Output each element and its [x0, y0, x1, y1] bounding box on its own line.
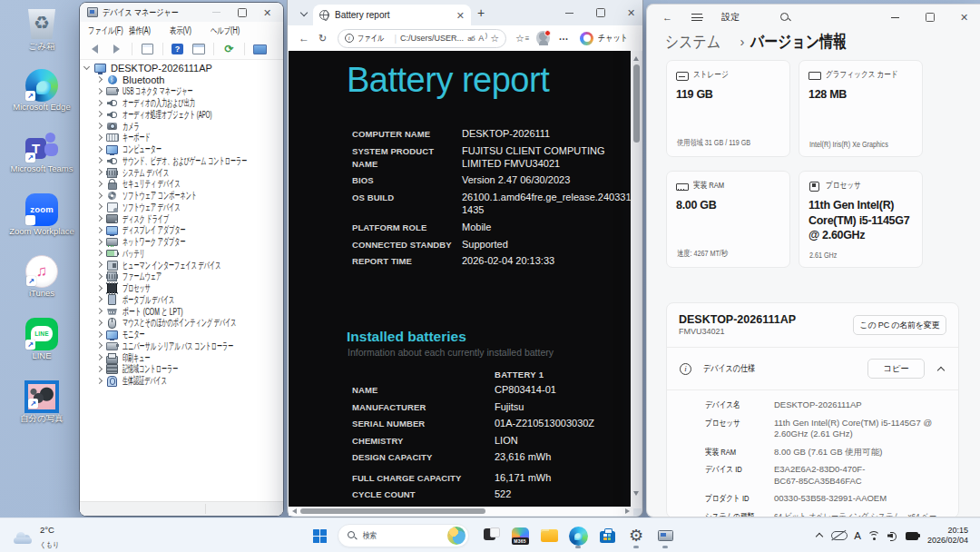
- taskbar-app-button[interactable]: [535, 522, 563, 549]
- breadcrumb-system[interactable]: システム: [665, 30, 720, 53]
- collapse-twisty-icon[interactable]: [83, 64, 91, 72]
- scroll-up-icon[interactable]: [633, 56, 639, 61]
- expand-twisty-icon[interactable]: [95, 169, 103, 176]
- expand-twisty-icon[interactable]: [95, 111, 103, 118]
- page-info-icon[interactable]: i: [345, 34, 354, 43]
- tab-close-icon[interactable]: ✕: [456, 11, 465, 20]
- close-icon[interactable]: ✕: [626, 8, 636, 18]
- desktop-icon[interactable]: zoom ↗ Zoom Workplace: [8, 191, 75, 253]
- expand-twisty-icon[interactable]: [95, 88, 103, 95]
- back-icon[interactable]: [299, 33, 309, 44]
- weather-widget[interactable]: 2°C くもり: [8, 523, 69, 552]
- back-icon[interactable]: ←: [662, 12, 672, 23]
- refresh-icon[interactable]: [318, 33, 328, 44]
- tree-node[interactable]: マウスとそのほかのポインティング デバイス: [80, 318, 283, 330]
- desktop-icon[interactable]: T ↗ Microsoft Teams: [8, 128, 75, 191]
- browser-tab[interactable]: Battery report ✕: [313, 5, 471, 25]
- expand-twisty-icon[interactable]: [95, 261, 103, 269]
- expand-twisty-icon[interactable]: [95, 378, 103, 385]
- taskbar-search[interactable]: 検索: [338, 524, 469, 547]
- horizontal-scrollbar[interactable]: [289, 507, 633, 516]
- tree-node[interactable]: ソフトウェア コンポーネント: [80, 190, 283, 202]
- tree-node[interactable]: カメラ: [80, 121, 283, 133]
- onedrive-icon[interactable]: [831, 530, 848, 541]
- vertical-scrollbar[interactable]: [631, 51, 642, 508]
- ime-mode-icon[interactable]: A: [854, 530, 861, 541]
- expand-twisty-icon[interactable]: [95, 331, 103, 339]
- scroll-right-icon[interactable]: [625, 508, 630, 514]
- expand-twisty-icon[interactable]: [95, 366, 103, 373]
- minimize-icon[interactable]: [564, 8, 574, 18]
- expand-twisty-icon[interactable]: [95, 308, 103, 315]
- desktop-icon[interactable]: ↗ Microsoft Edge: [8, 66, 75, 129]
- wifi-icon[interactable]: [868, 531, 880, 540]
- copy-button[interactable]: コピー: [867, 359, 925, 379]
- expand-twisty-icon[interactable]: [95, 134, 103, 142]
- address-bar[interactable]: i ファイル | C:/Users/USER... аб A ☆: [338, 29, 506, 48]
- desktop-icon[interactable]: LINE ↗ LINE: [8, 315, 75, 378]
- volume-icon[interactable]: [887, 531, 898, 540]
- new-tab-button[interactable]: +: [477, 7, 485, 18]
- hidden-icons-chevron[interactable]: [814, 531, 823, 540]
- translate-icon[interactable]: аб: [467, 34, 475, 43]
- tree-node[interactable]: ヒューマン インターフェイス デバイス: [80, 260, 283, 271]
- tree-node[interactable]: ユニバーサル シリアル バス コントローラー: [80, 340, 283, 352]
- scan-hardware-icon[interactable]: [253, 43, 267, 55]
- settings-menu-icon[interactable]: …: [559, 34, 570, 38]
- hamburger-menu-icon[interactable]: [691, 14, 702, 21]
- maximize-icon[interactable]: [237, 7, 247, 17]
- expand-twisty-icon[interactable]: [95, 215, 103, 222]
- scrollbar-thumb[interactable]: [300, 508, 485, 514]
- scroll-down-icon[interactable]: [633, 491, 639, 496]
- expand-twisty-icon[interactable]: [95, 146, 103, 153]
- tree-root-node[interactable]: DESKTOP-2026111AP: [80, 63, 283, 74]
- forward-icon[interactable]: [110, 43, 123, 55]
- rename-pc-button[interactable]: この PC の名前を変更: [853, 315, 946, 335]
- expand-twisty-icon[interactable]: [95, 320, 103, 327]
- tree-node[interactable]: ソフトウェア デバイス: [80, 202, 283, 213]
- expand-twisty-icon[interactable]: [95, 285, 103, 292]
- close-icon[interactable]: ✕: [262, 7, 272, 17]
- taskbar-app-button[interactable]: [564, 522, 592, 549]
- expand-twisty-icon[interactable]: [95, 296, 103, 303]
- minimize-icon[interactable]: [211, 7, 221, 17]
- tab-search-chevron-icon[interactable]: [299, 8, 309, 17]
- tree-node[interactable]: 生体認証デバイス: [80, 375, 283, 387]
- expand-twisty-icon[interactable]: [95, 273, 103, 281]
- help-icon[interactable]: [172, 44, 183, 54]
- read-aloud-icon[interactable]: A: [478, 34, 486, 43]
- taskbar-app-button[interactable]: [593, 522, 621, 549]
- properties-icon[interactable]: [141, 43, 154, 55]
- copilot-chat-button[interactable]: チャット: [580, 32, 635, 45]
- taskbar-app-button[interactable]: [652, 522, 679, 549]
- taskbar-app-button[interactable]: [622, 522, 650, 549]
- minimize-icon[interactable]: [890, 13, 900, 23]
- tree-node[interactable]: オーディオ処理オブジェクト (APO): [80, 109, 283, 121]
- menu-item[interactable]: 表示(V): [170, 25, 193, 37]
- desktop-icon[interactable]: ↗ iTunes: [8, 252, 75, 315]
- menu-item[interactable]: ヘルプ(H): [211, 25, 234, 37]
- clock[interactable]: 20:15 2026/02/04: [927, 526, 968, 547]
- taskbar-app-button[interactable]: [506, 522, 534, 549]
- expand-twisty-icon[interactable]: [95, 250, 103, 257]
- device-spec-expander[interactable]: i デバイスの仕様 コピー: [667, 348, 958, 390]
- favorites-icon[interactable]: ☆: [515, 33, 527, 44]
- menu-item[interactable]: ファイル(F): [88, 25, 112, 37]
- menu-item[interactable]: 操作(A): [129, 25, 152, 37]
- expand-twisty-icon[interactable]: [95, 123, 103, 130]
- expand-twisty-icon[interactable]: [95, 342, 103, 350]
- device-manager-titlebar[interactable]: デバイス マネージャー ✕: [80, 3, 283, 22]
- chevron-up-icon[interactable]: [936, 364, 946, 373]
- tree-node[interactable]: 記憶域コントローラー: [80, 364, 283, 376]
- maximize-icon[interactable]: [595, 8, 605, 18]
- expand-twisty-icon[interactable]: [95, 181, 103, 188]
- favorite-star-icon[interactable]: ☆: [490, 34, 499, 43]
- expand-twisty-icon[interactable]: [95, 239, 103, 246]
- tree-node[interactable]: プロセッサ: [80, 282, 283, 294]
- start-button[interactable]: [306, 522, 333, 549]
- maximize-icon[interactable]: [925, 13, 935, 23]
- expand-twisty-icon[interactable]: [95, 100, 103, 107]
- back-icon[interactable]: [88, 43, 102, 55]
- expand-twisty-icon[interactable]: [95, 76, 103, 84]
- profile-avatar[interactable]: [536, 31, 549, 45]
